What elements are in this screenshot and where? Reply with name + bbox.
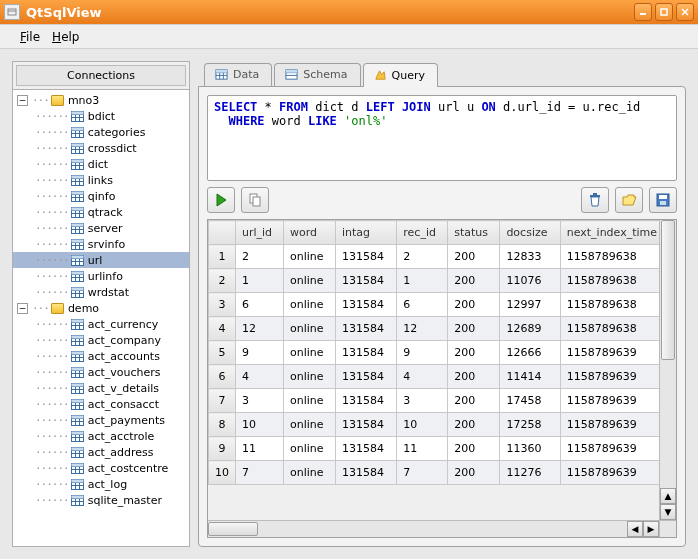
cell[interactable]: 1 (236, 269, 284, 293)
cell[interactable]: 7 (397, 461, 448, 485)
cell[interactable]: online (284, 389, 336, 413)
column-header-word[interactable]: word (284, 221, 336, 245)
cell[interactable]: 200 (448, 269, 500, 293)
row-header[interactable]: 9 (209, 437, 236, 461)
table-row[interactable]: 73online1315843200174581158789639 (209, 389, 676, 413)
row-header[interactable]: 6 (209, 365, 236, 389)
tree-table-dict[interactable]: ······dict (13, 156, 189, 172)
tree-table-crossdict[interactable]: ······crossdict (13, 140, 189, 156)
table-row[interactable]: 911online13158411200113601158789639 (209, 437, 676, 461)
cell[interactable]: 131584 (335, 293, 396, 317)
cell[interactable]: 2 (397, 245, 448, 269)
run-button[interactable] (207, 187, 235, 213)
tree-table-act_company[interactable]: ······act_company (13, 332, 189, 348)
cell[interactable]: online (284, 461, 336, 485)
scroll-down-button[interactable]: ▼ (660, 504, 676, 520)
tree-table-bdict[interactable]: ······bdict (13, 108, 189, 124)
minimize-button[interactable] (634, 3, 652, 21)
cell[interactable]: 12689 (500, 317, 560, 341)
cell[interactable]: 131584 (335, 365, 396, 389)
row-header[interactable]: 3 (209, 293, 236, 317)
horizontal-scrollbar[interactable]: ◀ ▶ (208, 520, 676, 537)
table-row[interactable]: 810online13158410200172581158789639 (209, 413, 676, 437)
tree-table-qtrack[interactable]: ······qtrack (13, 204, 189, 220)
cell[interactable]: 9 (236, 341, 284, 365)
maximize-button[interactable] (655, 3, 673, 21)
open-button[interactable] (615, 187, 643, 213)
scroll-left-button[interactable]: ◀ (627, 521, 643, 537)
table-row[interactable]: 64online1315844200114141158789639 (209, 365, 676, 389)
table-row[interactable]: 36online1315846200129971158789638 (209, 293, 676, 317)
cell[interactable]: 200 (448, 317, 500, 341)
cell[interactable]: 200 (448, 341, 500, 365)
menu-file[interactable]: File (14, 28, 46, 46)
cell[interactable]: 131584 (335, 341, 396, 365)
cell[interactable]: 6 (397, 293, 448, 317)
cell[interactable]: 11076 (500, 269, 560, 293)
cell[interactable]: 1 (397, 269, 448, 293)
tree-table-act_accounts[interactable]: ······act_accounts (13, 348, 189, 364)
cell[interactable]: 6 (236, 293, 284, 317)
tab-data[interactable]: Data (204, 63, 272, 86)
cell[interactable]: 3 (236, 389, 284, 413)
table-row[interactable]: 412online13158412200126891158789638 (209, 317, 676, 341)
cell[interactable]: online (284, 269, 336, 293)
column-header-docsize[interactable]: docsize (500, 221, 560, 245)
tree-table-categories[interactable]: ······categories (13, 124, 189, 140)
tree-db-demo[interactable]: −···demo (13, 300, 189, 316)
row-header[interactable]: 8 (209, 413, 236, 437)
cell[interactable]: 10 (236, 413, 284, 437)
tree-table-links[interactable]: ······links (13, 172, 189, 188)
table-row[interactable]: 59online1315849200126661158789639 (209, 341, 676, 365)
tree-table-wrdstat[interactable]: ······wrdstat (13, 284, 189, 300)
cell[interactable]: 200 (448, 413, 500, 437)
cell[interactable]: 131584 (335, 389, 396, 413)
cell[interactable]: online (284, 365, 336, 389)
row-header[interactable]: 10 (209, 461, 236, 485)
sql-editor[interactable]: SELECT * FROM dict d LEFT JOIN url u ON … (207, 95, 677, 181)
cell[interactable]: 12997 (500, 293, 560, 317)
cell[interactable]: 17258 (500, 413, 560, 437)
row-header[interactable]: 4 (209, 317, 236, 341)
tree-table-act_log[interactable]: ······act_log (13, 476, 189, 492)
cell[interactable]: 4 (397, 365, 448, 389)
cell[interactable]: 131584 (335, 437, 396, 461)
cell[interactable]: 200 (448, 461, 500, 485)
scroll-thumb[interactable] (208, 522, 258, 536)
tab-query[interactable]: Query (363, 63, 438, 87)
cell[interactable]: 7 (236, 461, 284, 485)
cell[interactable]: online (284, 341, 336, 365)
cell[interactable]: online (284, 245, 336, 269)
column-header-status[interactable]: status (448, 221, 500, 245)
close-button[interactable] (676, 3, 694, 21)
cell[interactable]: online (284, 437, 336, 461)
cell[interactable]: 11360 (500, 437, 560, 461)
copy-button[interactable] (241, 187, 269, 213)
menu-help[interactable]: Help (46, 28, 85, 46)
tree-table-url[interactable]: ······url (13, 252, 189, 268)
tree-table-act_address[interactable]: ······act_address (13, 444, 189, 460)
row-header[interactable]: 5 (209, 341, 236, 365)
scroll-thumb[interactable] (661, 220, 675, 360)
toggle-icon[interactable]: − (17, 95, 28, 106)
cell[interactable]: 12666 (500, 341, 560, 365)
cell[interactable]: 200 (448, 245, 500, 269)
tree-table-act_consacct[interactable]: ······act_consacct (13, 396, 189, 412)
tree-table-act_vouchers[interactable]: ······act_vouchers (13, 364, 189, 380)
cell[interactable]: online (284, 317, 336, 341)
tree-table-sqlite_master[interactable]: ······sqlite_master (13, 492, 189, 508)
cell[interactable]: 11414 (500, 365, 560, 389)
save-button[interactable] (649, 187, 677, 213)
vertical-scrollbar[interactable]: ▲ ▼ (659, 220, 676, 520)
cell[interactable]: 200 (448, 365, 500, 389)
table-row[interactable]: 12online1315842200128331158789638 (209, 245, 676, 269)
tree-table-act_acctrole[interactable]: ······act_acctrole (13, 428, 189, 444)
scroll-up-button[interactable]: ▲ (660, 488, 676, 504)
cell[interactable]: 9 (397, 341, 448, 365)
cell[interactable]: online (284, 413, 336, 437)
scroll-right-button[interactable]: ▶ (643, 521, 659, 537)
cell[interactable]: 3 (397, 389, 448, 413)
cell[interactable]: 17458 (500, 389, 560, 413)
delete-button[interactable] (581, 187, 609, 213)
tree-db-mno3[interactable]: −···mno3 (13, 92, 189, 108)
